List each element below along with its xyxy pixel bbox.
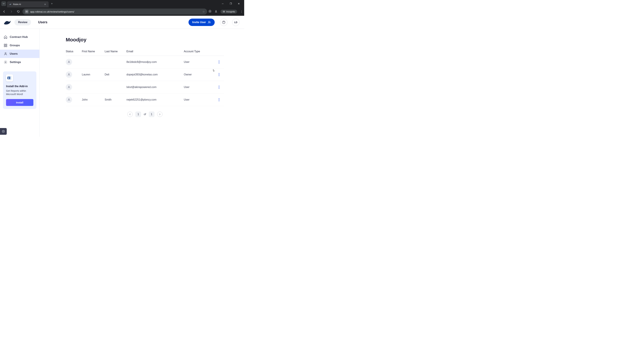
app-logo-icon[interactable]: [3, 19, 12, 26]
svg-rect-5: [6, 46, 7, 47]
new-tab-button[interactable]: +: [49, 2, 55, 5]
sidebar-item-users[interactable]: Users: [0, 50, 40, 58]
col-status: Status: [66, 50, 82, 53]
svg-point-20: [68, 86, 70, 87]
grid-icon: [4, 43, 8, 47]
row-menu-button[interactable]: [214, 85, 224, 89]
extensions-icon[interactable]: [208, 10, 212, 13]
cell-first-name: John: [82, 98, 105, 101]
close-tab-icon[interactable]: ✕: [44, 3, 46, 6]
cell-email: lxkvt@akirapowered.com: [126, 86, 184, 89]
table-row: John Smith nejek62251@ploncy.com User: [66, 93, 224, 106]
sidebar-item-label: Contract Hub: [10, 35, 28, 39]
site-settings-icon[interactable]: [25, 10, 28, 13]
row-menu-button[interactable]: [214, 73, 224, 76]
cell-email: dopejot393@konetas.com: [126, 73, 184, 76]
url-field[interactable]: app.robinai.co.uk/review/settings/users/…: [22, 8, 207, 14]
cell-email: nejek62251@ploncy.com: [126, 98, 184, 101]
svg-point-17: [219, 73, 219, 74]
incognito-badge[interactable]: Incognito: [220, 10, 237, 13]
svg-point-24: [68, 99, 70, 100]
current-page: 1: [135, 111, 141, 117]
svg-point-25: [219, 98, 219, 99]
sidebar: Contract Hub Groups Users Settings: [0, 29, 40, 137]
invite-user-icon: [208, 21, 211, 24]
sidebar-item-label: Users: [10, 52, 18, 55]
install-button[interactable]: Install: [6, 99, 33, 106]
col-last-name: Last Name: [105, 50, 126, 53]
back-button[interactable]: [1, 9, 7, 14]
cell-last-name: Deli: [105, 73, 126, 76]
help-button[interactable]: [220, 18, 228, 26]
svg-point-14: [219, 62, 219, 62]
pagination: 1 of 1: [66, 111, 224, 117]
sidebar-item-settings[interactable]: Settings: [0, 58, 40, 66]
dots-vertical-icon: [218, 85, 220, 89]
pagination-of: of: [144, 113, 146, 116]
svg-point-11: [3, 131, 4, 132]
url-text: app.robinai.co.uk/review/settings/users/: [30, 10, 74, 13]
avatar[interactable]: LD: [232, 18, 240, 26]
bookmark-icon[interactable]: ☆: [202, 10, 205, 13]
sidebar-item-label: Settings: [10, 60, 21, 64]
prev-page-button[interactable]: [127, 112, 133, 117]
tabs-dropdown-icon[interactable]: [1, 1, 6, 6]
help-icon: [222, 21, 226, 24]
table-row: lxkvt@akirapowered.com User: [66, 81, 224, 93]
tab-favicon-icon: [9, 3, 12, 6]
minimize-icon[interactable]: ─: [220, 2, 225, 5]
cell-account-type: User: [184, 60, 214, 63]
addin-card: Install the Add-in Get Reports within Mi…: [3, 71, 36, 109]
svg-point-19: [219, 75, 219, 76]
sidebar-item-contract-hub[interactable]: Contract Hub: [0, 33, 40, 41]
user-icon: [4, 52, 8, 56]
status-avatar-icon: [66, 84, 72, 90]
total-pages: 1: [149, 111, 154, 117]
browser-tab[interactable]: Robin AI ✕: [7, 1, 49, 7]
status-avatar-icon: [66, 59, 72, 65]
downloads-icon[interactable]: [214, 10, 218, 13]
svg-point-26: [219, 99, 219, 100]
reload-button[interactable]: [16, 9, 21, 14]
home-icon: [4, 35, 8, 39]
col-first-name: First Name: [82, 50, 105, 53]
svg-point-23: [219, 88, 219, 89]
sidebar-item-label: Groups: [10, 44, 20, 47]
window-controls: ─ ❐ ✕: [220, 2, 244, 5]
sidebar-item-groups[interactable]: Groups: [0, 41, 40, 50]
svg-point-6: [5, 53, 6, 54]
close-window-icon[interactable]: ✕: [236, 2, 241, 5]
svg-point-13: [219, 60, 219, 61]
tab-bar: Robin AI ✕ + ─ ❐ ✕: [0, 0, 244, 7]
tab-title: Robin AI: [13, 3, 42, 5]
svg-point-18: [219, 74, 219, 75]
svg-rect-2: [4, 44, 5, 45]
invite-user-button[interactable]: Invite User: [188, 18, 215, 26]
addin-subtitle: Get Reports within Microsoft Word!: [6, 89, 33, 96]
review-pill[interactable]: Review: [14, 19, 31, 25]
support-button[interactable]: [0, 128, 7, 135]
status-avatar-icon: [66, 71, 72, 78]
svg-point-15: [219, 63, 219, 63]
org-title: Moodjoy: [66, 37, 224, 42]
svg-point-0: [208, 21, 210, 22]
browser-chrome: Robin AI ✕ + ─ ❐ ✕ app.robinai.co.uk/rev…: [0, 0, 244, 16]
cell-first-name: Lauren: [82, 73, 105, 76]
chevron-right-icon: [159, 113, 161, 115]
maximize-icon[interactable]: ❐: [228, 2, 233, 5]
row-menu-button[interactable]: [214, 60, 224, 64]
app: Review Users Invite User LD Contract Hub: [0, 16, 244, 137]
next-page-button[interactable]: [157, 112, 162, 117]
chevron-left-icon: [129, 113, 131, 115]
svg-point-16: [68, 73, 70, 75]
row-menu-button[interactable]: [214, 98, 224, 101]
word-icon: [6, 74, 13, 81]
browser-menu-icon[interactable]: ⋮: [240, 10, 243, 13]
cell-email: 8e1bbdc8@moodjoy.com: [126, 60, 184, 63]
lifebuoy-icon: [2, 130, 5, 133]
address-bar: app.robinai.co.uk/review/settings/users/…: [0, 7, 244, 16]
page-title: Users: [38, 20, 48, 24]
svg-rect-3: [6, 44, 7, 45]
users-table: Status First Name Last Name Email Accoun…: [66, 47, 224, 106]
forward-button[interactable]: [8, 9, 14, 14]
